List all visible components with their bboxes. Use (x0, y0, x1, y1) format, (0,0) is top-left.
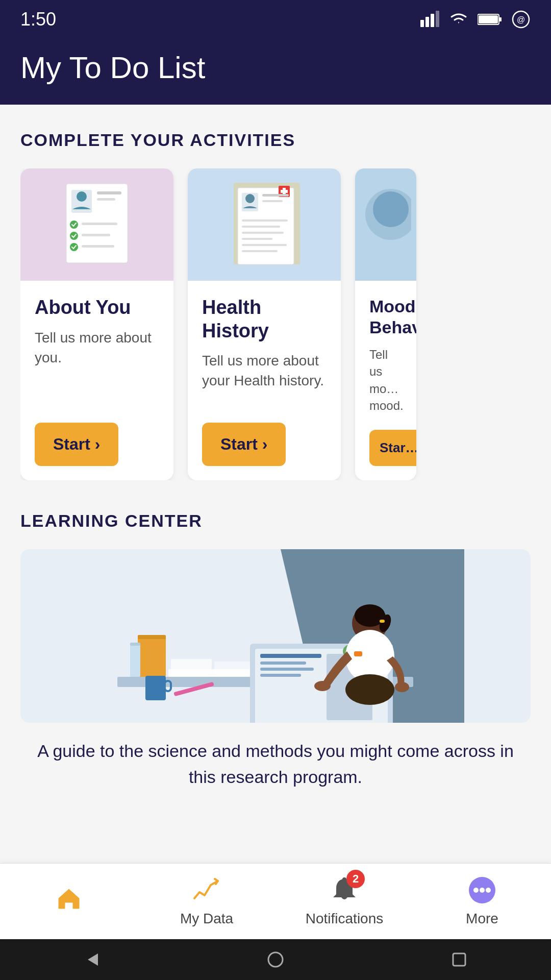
svg-rect-6 (479, 15, 498, 23)
svg-rect-2 (431, 14, 434, 27)
notifications-nav-label: Notifications (306, 911, 384, 927)
svg-marker-75 (88, 953, 98, 966)
nav-item-more[interactable]: More (436, 874, 528, 927)
activities-row: About You Tell us more about you. Start … (20, 168, 531, 480)
svg-text:@: @ (517, 15, 525, 24)
health-history-image (188, 168, 341, 281)
page-header: My To Do List (0, 36, 551, 105)
svg-point-68 (314, 681, 331, 691)
battery-icon (478, 12, 502, 27)
android-nav (0, 939, 551, 980)
my-data-nav-label: My Data (180, 911, 233, 927)
svg-rect-43 (130, 643, 140, 646)
svg-rect-52 (260, 654, 321, 658)
nav-item-my-data[interactable]: My Data (161, 874, 253, 927)
svg-rect-17 (82, 234, 110, 236)
mood-title: MoodBehav… (369, 296, 402, 338)
svg-point-16 (70, 232, 78, 240)
mood-illustration (360, 179, 411, 271)
about-you-card-body: About You Tell us more about you. Start … (20, 281, 173, 480)
learning-section-label: LEARNING CENTER (20, 511, 531, 531)
mood-card-body: MoodBehav… Tell us mo…mood. Star… (355, 281, 416, 480)
svg-rect-24 (281, 190, 288, 193)
about-you-illustration (56, 179, 138, 271)
signal-icon (420, 10, 440, 29)
home-icon (53, 882, 85, 915)
more-svg (468, 876, 496, 904)
svg-rect-54 (260, 668, 314, 671)
about-you-title: About You (35, 296, 159, 320)
chart-icon (190, 874, 223, 906)
svg-point-11 (77, 191, 87, 202)
svg-point-26 (245, 194, 255, 203)
android-home-button[interactable] (260, 944, 291, 975)
health-history-card-body: Health History Tell us more about your H… (188, 281, 341, 480)
health-history-desc: Tell us more about your Health history. (202, 351, 327, 407)
activity-card-mood: MoodBehav… Tell us mo…mood. Star… (355, 168, 416, 480)
svg-point-73 (480, 888, 485, 893)
svg-rect-48 (145, 676, 166, 700)
status-icons: @ (420, 10, 531, 29)
svg-rect-77 (453, 953, 465, 966)
svg-rect-5 (499, 17, 502, 21)
nav-item-notifications[interactable]: 2 Notifications (298, 874, 390, 927)
activity-card-health-history: Health History Tell us more about your H… (188, 168, 341, 480)
app-icon: @ (511, 10, 531, 29)
back-button[interactable] (77, 944, 107, 975)
recent-icon (449, 949, 469, 970)
svg-rect-13 (97, 198, 115, 201)
learning-image (20, 549, 531, 723)
about-you-desc: Tell us more about you. (35, 328, 159, 407)
learning-illustration (87, 549, 464, 723)
health-history-illustration (223, 179, 305, 271)
svg-rect-42 (130, 644, 140, 677)
bottom-nav: My Data 2 Notifications More (0, 863, 551, 939)
svg-rect-19 (82, 245, 114, 248)
svg-rect-1 (425, 17, 429, 27)
svg-point-76 (268, 952, 283, 967)
svg-rect-46 (214, 662, 255, 677)
learning-desc: A guide to the science and methods you m… (20, 738, 531, 790)
recent-button[interactable] (444, 944, 474, 975)
health-history-title: Health History (202, 296, 327, 342)
more-nav-label: More (466, 911, 498, 927)
back-icon (82, 949, 102, 970)
svg-rect-31 (242, 232, 284, 234)
main-content: COMPLETE YOUR ACTIVITIES (0, 105, 551, 882)
svg-rect-30 (242, 226, 280, 228)
svg-rect-64 (380, 620, 385, 623)
notifications-badge: 2 (346, 870, 365, 888)
svg-rect-66 (354, 651, 362, 656)
home-svg (55, 884, 83, 913)
svg-point-67 (345, 674, 394, 705)
status-bar: 1:50 @ (0, 0, 551, 36)
more-icon (466, 874, 498, 906)
wifi-icon (449, 10, 468, 29)
svg-rect-34 (242, 250, 278, 252)
bell-icon: 2 (328, 874, 361, 906)
chart-svg (192, 876, 221, 904)
svg-point-74 (486, 888, 491, 893)
svg-point-36 (373, 191, 409, 227)
about-you-image (20, 168, 173, 281)
nav-item-home[interactable] (23, 882, 115, 919)
activity-card-about-you: About You Tell us more about you. Start … (20, 168, 173, 480)
svg-rect-41 (138, 635, 166, 639)
svg-point-70 (342, 877, 346, 881)
svg-rect-27 (262, 194, 289, 197)
status-time: 1:50 (20, 9, 56, 30)
mood-start-button[interactable]: Star… (369, 430, 416, 466)
health-history-start-button[interactable]: Start › (202, 423, 286, 466)
about-you-start-button[interactable]: Start › (35, 423, 118, 466)
mood-desc: Tell us mo…mood. (369, 346, 402, 414)
mood-image (355, 168, 416, 281)
svg-rect-29 (242, 219, 288, 222)
svg-rect-12 (97, 191, 121, 194)
svg-rect-53 (260, 662, 306, 665)
svg-point-14 (70, 220, 78, 229)
learning-section: LEARNING CENTER (20, 511, 531, 790)
page-title: My To Do List (20, 50, 531, 85)
svg-rect-15 (82, 223, 117, 225)
svg-rect-55 (260, 674, 301, 677)
android-home-icon (265, 949, 286, 970)
